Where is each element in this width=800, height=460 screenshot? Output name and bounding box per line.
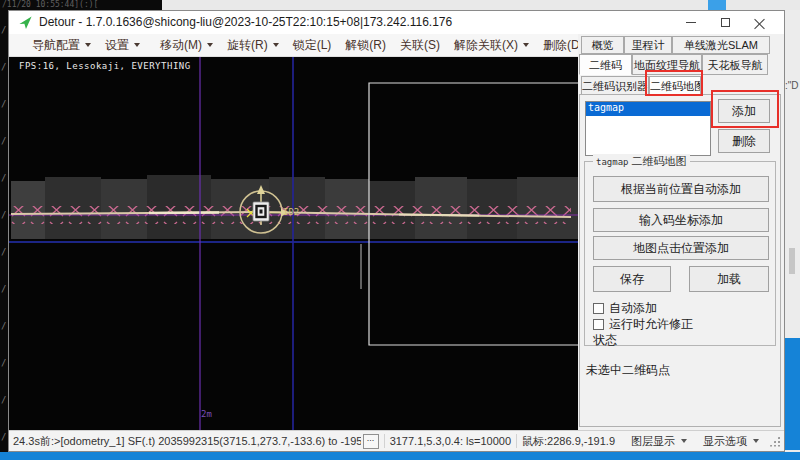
titlebar: Detour - 1.7.0.1636@shicong-liu@2023-10-… xyxy=(9,11,784,34)
screen: /11/20 10:55:44](:)[ / / / / / / / / / /… xyxy=(0,0,800,460)
menu-disassociate[interactable]: 解除关联(X) xyxy=(447,35,536,56)
maximize-button[interactable] xyxy=(710,11,740,34)
statusbar-separator xyxy=(516,434,517,448)
map-overlay xyxy=(9,57,578,430)
background-terminal-glyphs: / / / / / / / / / / / / xyxy=(0,10,8,452)
tag-marker xyxy=(240,185,289,233)
app-icon xyxy=(18,15,33,30)
menu-unlock[interactable]: 解锁(R) xyxy=(338,35,393,56)
fps-readout: FPS:16, Lessokaji, EVERYTHING xyxy=(19,61,191,71)
groupbox-legend: tagmap 二维码地图 xyxy=(593,154,690,169)
annotation-box-add-button xyxy=(711,90,779,128)
background-terminal-left: / / / / / / / / / / / / xyxy=(0,10,8,452)
background-blue-sliver xyxy=(708,0,726,10)
chevron-down-icon xyxy=(134,43,140,47)
background-window-right: :"D xyxy=(785,10,800,452)
menu-associate[interactable]: 关联(S) xyxy=(393,35,447,56)
checkbox-icon[interactable] xyxy=(593,319,604,330)
delete-button[interactable]: 删除 xyxy=(718,129,770,153)
maximize-icon xyxy=(721,18,730,27)
status-label: 状态 xyxy=(593,332,617,349)
checkbox-auto-add[interactable]: 自动添加 xyxy=(593,300,657,317)
list-item-tagmap[interactable]: tagmap xyxy=(586,102,710,116)
statusbar-separator xyxy=(384,434,385,448)
menu-lock[interactable]: 锁定(L) xyxy=(286,35,339,56)
tab-overview[interactable]: 概览 xyxy=(581,36,624,54)
background-blue-window xyxy=(785,338,800,450)
add-by-map-click-button[interactable]: 地图点击位置添加 xyxy=(593,236,769,260)
map-canvas[interactable]: FPS:16, Lessokaji, EVERYTHING ID2 2m xyxy=(9,57,578,430)
menubar: 导航配置 设置 移动(M) 旋转(R) 锁定(L) 解锁(R) 关联(S) 解除… xyxy=(9,34,578,57)
load-button[interactable]: 加载 xyxy=(689,266,769,292)
statusbar-right-group: 图层显示 显示选项 xyxy=(615,434,780,449)
chevron-down-icon xyxy=(753,439,759,443)
trajectory-bright-segment xyxy=(399,215,479,216)
save-button[interactable]: 保存 xyxy=(593,266,671,292)
checkbox-icon[interactable] xyxy=(593,303,604,314)
taskbar xyxy=(0,452,800,460)
background-scrollbar-thumb xyxy=(789,248,795,274)
subtab-qr-recognizer[interactable]: 二维码识别器 xyxy=(581,76,649,95)
tag-id-label: ID2 xyxy=(283,207,299,217)
tagmap-groupbox: tagmap 二维码地图 根据当前位置自动添加 输入码坐标添加 地图点击位置添加… xyxy=(584,161,776,346)
menu-nav-config[interactable]: 导航配置 xyxy=(25,35,98,56)
tab-row-1: 概览 里程计 单线激光SLAM xyxy=(581,36,770,54)
log-expand-button[interactable]: ... xyxy=(363,434,379,449)
chevron-down-icon xyxy=(207,43,213,47)
trajectory-bright-segment xyxy=(149,213,219,214)
resize-grip[interactable] xyxy=(769,436,780,447)
close-button[interactable] xyxy=(744,11,774,34)
background-window-top-right xyxy=(162,0,800,10)
odometry-log-text: 24.3s前:>[odometry_1] SF(.t) 2035992315(3… xyxy=(13,434,361,449)
statusbar: 24.3s前:>[odometry_1] SF(.t) 2035992315(3… xyxy=(9,430,784,451)
menu-rotate[interactable]: 旋转(R) xyxy=(220,35,286,56)
chevron-down-icon xyxy=(85,43,91,47)
close-icon xyxy=(754,17,765,28)
background-terminal-top: /11/20 10:55:44](:)[ xyxy=(0,0,800,10)
add-by-coordinates-button[interactable]: 输入码坐标添加 xyxy=(593,208,769,232)
chevron-down-icon xyxy=(681,439,687,443)
annotation-box-qr-map-subtab xyxy=(645,70,703,96)
tab-odometry[interactable]: 里程计 xyxy=(624,36,672,54)
display-options-dropdown[interactable]: 显示选项 xyxy=(703,434,759,449)
checkbox-allow-runtime-correction[interactable]: 运行时允许修正 xyxy=(593,316,693,333)
mouse-coordinates-readout: 鼠标:2286.9,-191.9 xyxy=(522,434,615,449)
window-title: Detour - 1.7.0.1636@shicong-liu@2023-10-… xyxy=(39,15,452,29)
scale-label: 2m xyxy=(201,409,212,419)
pose-readout: 3177.1,5.3,0.4: ls=10000 xyxy=(390,435,511,447)
menu-move[interactable]: 移动(M) xyxy=(153,35,220,56)
minimize-button[interactable] xyxy=(676,11,706,34)
menu-settings[interactable]: 设置 xyxy=(98,35,147,56)
tab-single-line-laser-slam[interactable]: 单线激光SLAM xyxy=(672,36,770,54)
auto-add-by-position-button[interactable]: 根据当前位置自动添加 xyxy=(593,176,769,202)
layer-display-dropdown[interactable]: 图层显示 xyxy=(631,434,687,449)
tab-qr-code[interactable]: 二维码 xyxy=(579,54,632,75)
minimize-icon xyxy=(686,22,696,23)
chevron-down-icon xyxy=(273,43,279,47)
tagmap-listbox[interactable]: tagmap xyxy=(585,101,711,156)
background-peek-text: :"D xyxy=(785,80,799,91)
no-selection-text: 未选中二维码点 xyxy=(586,362,670,379)
tab-ceiling-nav[interactable]: 天花板导航 xyxy=(702,54,768,75)
chevron-down-icon xyxy=(523,43,529,47)
